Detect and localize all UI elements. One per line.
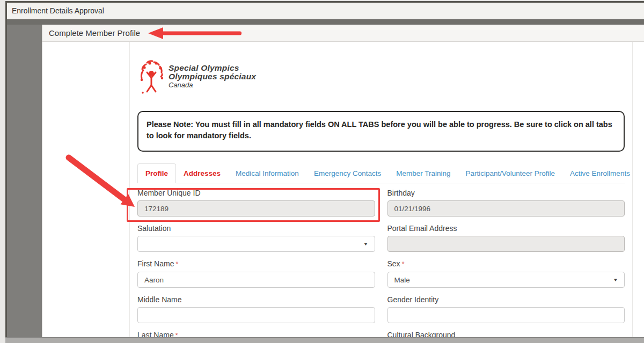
panel-body: Special Olympics Olympiques spéciaux Can… [42, 42, 644, 343]
logo-line-fr: Olympiques spéciaux [169, 72, 256, 81]
sex-label-text: Sex [387, 259, 400, 268]
horizontal-scrollbar[interactable] [5, 337, 644, 343]
panel-header: Complete Member Profile [42, 25, 644, 42]
first-name-input[interactable] [137, 272, 375, 288]
birthday-label: Birthday [387, 189, 625, 197]
required-asterisk: * [402, 260, 405, 268]
logo-country: Canada [169, 81, 256, 89]
salutation-field-group: Salutation ▼ [137, 225, 375, 252]
first-name-field-group: First Name* [137, 260, 375, 288]
tab-active-enrollments[interactable]: Active Enrollments [562, 164, 638, 183]
special-olympics-logo-icon [138, 56, 164, 95]
tab-profile[interactable]: Profile [137, 163, 176, 183]
logo-wordmark: Special Olympics Olympiques spéciaux Can… [169, 56, 256, 89]
window-titlebar: Enrollment Details Approval [7, 3, 644, 19]
form-left-column: Member Unique ID Salutation ▼ First Name [137, 189, 375, 343]
middle-name-label: Middle Name [137, 296, 375, 304]
salutation-label: Salutation [137, 225, 375, 233]
sex-select[interactable] [387, 272, 625, 288]
member-unique-id-field-group: Member Unique ID [137, 189, 375, 217]
first-name-label: First Name* [137, 260, 375, 269]
mandatory-fields-notice: Please Note: You must fill in all mandat… [137, 111, 625, 152]
form-right-column: Birthday Portal Email Address Sex* ▼ [387, 189, 625, 343]
gender-identity-label: Gender Identity [387, 296, 625, 304]
enrollment-approval-window: Enrollment Details Approval Complete Mem… [5, 1, 644, 343]
sex-field-group: Sex* ▼ [387, 260, 625, 288]
tab-medical-information[interactable]: Medical Information [228, 164, 306, 183]
member-unique-id-label: Member Unique ID [137, 189, 375, 197]
special-olympics-logo: Special Olympics Olympiques spéciaux Can… [138, 56, 625, 95]
first-name-label-text: First Name [137, 259, 174, 268]
logo-line-en: Special Olympics [169, 64, 256, 72]
birthday-input [387, 200, 625, 217]
profile-tabs: Profile Addresses Medical Information Em… [137, 163, 625, 183]
tab-emergency-contacts[interactable]: Emergency Contacts [306, 164, 389, 183]
window-title: Enrollment Details Approval [12, 6, 104, 15]
form-container: Special Olympics Olympiques spéciaux Can… [129, 42, 633, 343]
tab-addresses[interactable]: Addresses [176, 164, 228, 183]
middle-name-input[interactable] [137, 307, 375, 323]
portal-email-label: Portal Email Address [387, 225, 625, 233]
middle-name-field-group: Middle Name [137, 296, 375, 323]
salutation-select[interactable] [137, 236, 375, 252]
gender-identity-input[interactable] [387, 307, 625, 323]
sex-label: Sex* [387, 260, 625, 269]
titlebar-shadow-strip [7, 19, 644, 25]
tab-participant-volunteer-profile[interactable]: Participant/Volunteer Profile [458, 164, 562, 183]
notice-text: Please Note: You must fill in all mandat… [147, 120, 612, 140]
profile-form: Member Unique ID Salutation ▼ First Name [137, 189, 625, 343]
member-profile-panel: Complete Member Profile [42, 25, 644, 343]
gender-identity-field-group: Gender Identity [387, 296, 625, 323]
member-unique-id-input [137, 200, 375, 217]
portal-email-field-group: Portal Email Address [387, 225, 625, 252]
panel-title: Complete Member Profile [49, 28, 140, 38]
birthday-field-group: Birthday [387, 189, 625, 217]
required-asterisk: * [175, 260, 178, 268]
portal-email-input [387, 236, 625, 252]
tab-member-training[interactable]: Member Training [389, 164, 458, 183]
